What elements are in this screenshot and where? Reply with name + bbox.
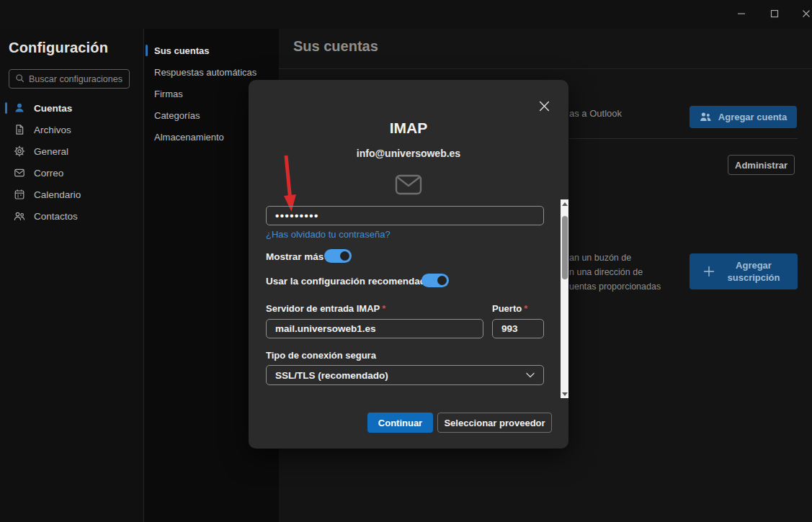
selection-indicator	[146, 45, 148, 56]
close-window-button[interactable]	[790, 0, 812, 29]
sidebar-item-label: Cuentas	[34, 103, 72, 114]
imap-server-input[interactable]	[266, 319, 483, 338]
manage-button[interactable]: Administrar	[728, 155, 795, 175]
person-icon	[13, 102, 25, 114]
connection-type-value: SSL/TLS (recomendado)	[275, 370, 388, 381]
select-provider-button[interactable]: Seleccionar proveedor	[437, 413, 552, 433]
sidebar-item-label: Calendario	[34, 189, 81, 200]
people-icon	[13, 210, 25, 222]
section-item-sus-cuentas[interactable]: Sus cuentas	[144, 40, 279, 60]
connection-type-label: Tipo de conexión segura	[266, 350, 376, 361]
search-input[interactable]	[29, 74, 123, 84]
add-account-label: Agregar cuenta	[718, 112, 787, 122]
description-line: an un buzón de	[569, 251, 661, 265]
close-icon	[802, 8, 811, 21]
sidebar-item-label: Archivos	[34, 125, 71, 135]
section-item-label: Respuestas automáticas	[154, 67, 256, 78]
settings-sidebar: Configuración Cuentas Archivos Genera	[0, 29, 144, 522]
sidebar-item-correo[interactable]: Correo	[0, 163, 144, 183]
accounts-row-text: as a Outlook	[569, 108, 622, 119]
document-icon	[13, 124, 25, 136]
password-input[interactable]	[266, 206, 544, 225]
calendar-icon	[13, 189, 25, 201]
maximize-icon	[770, 8, 779, 21]
scrollbar-thumb[interactable]	[562, 216, 568, 279]
dialog-scrollbar	[561, 199, 568, 398]
app-window: Configuración Cuentas Archivos Genera	[0, 0, 812, 522]
scroll-down-button[interactable]	[561, 390, 568, 398]
subscription-description: an un buzón de n una dirección de uentas…	[569, 251, 661, 294]
show-more-label: Mostrar más	[266, 251, 324, 262]
minimize-button[interactable]	[726, 0, 757, 29]
gear-icon	[13, 145, 25, 158]
triangle-up-icon	[562, 202, 568, 206]
section-item-label: Firmas	[154, 89, 183, 99]
maximize-button[interactable]	[759, 0, 790, 29]
page-title: Sus cuentas	[293, 38, 378, 55]
selection-indicator	[5, 102, 7, 114]
imap-server-label: Servidor de entrada IMAP*	[266, 303, 385, 314]
chevron-down-icon	[526, 372, 535, 378]
triangle-down-icon	[562, 392, 568, 396]
sidebar-item-label: Correo	[34, 168, 63, 179]
add-account-button[interactable]: Agregar cuenta	[690, 106, 797, 128]
port-input[interactable]	[492, 319, 544, 338]
add-subscription-label: Agregar suscripción	[723, 259, 784, 284]
plus-icon	[703, 266, 715, 277]
dialog-close-button[interactable]	[536, 99, 552, 115]
add-subscription-button[interactable]: Agregar suscripción	[690, 253, 798, 289]
add-people-icon	[700, 112, 712, 122]
minimize-icon	[737, 8, 746, 21]
sidebar-item-archivos[interactable]: Archivos	[0, 120, 144, 140]
sidebar-item-contactos[interactable]: Contactos	[0, 206, 144, 226]
port-label: Puerto*	[492, 303, 527, 314]
search-icon	[15, 73, 24, 86]
settings-search[interactable]	[9, 69, 130, 89]
required-asterisk: *	[524, 303, 527, 314]
description-line: uentas proporcionadas	[569, 279, 661, 294]
section-item-label: Almacenamiento	[154, 132, 224, 143]
section-item-label: Sus cuentas	[154, 45, 210, 56]
sidebar-item-cuentas[interactable]: Cuentas	[0, 98, 144, 118]
description-line: n una dirección de	[569, 265, 661, 279]
port-label-text: Puerto	[492, 303, 522, 314]
header-divider	[279, 68, 812, 69]
forgot-password-link[interactable]: ¿Has olvidado tu contraseña?	[266, 229, 391, 240]
imap-dialog: IMAP info@universoweb.es ¿Has olvidado t…	[249, 80, 568, 449]
show-more-toggle[interactable]	[324, 249, 352, 263]
mail-icon	[13, 167, 25, 179]
scroll-up-button[interactable]	[561, 199, 568, 208]
section-item-label: Categorías	[154, 110, 200, 121]
dialog-title: IMAP	[249, 120, 568, 137]
close-icon	[539, 101, 550, 114]
required-asterisk: *	[382, 303, 385, 314]
recommended-config-label: Usar la configuración recomendada	[266, 276, 432, 287]
continue-button[interactable]: Continuar	[367, 413, 433, 433]
section-item-respuestas[interactable]: Respuestas automáticas	[144, 62, 279, 82]
connection-type-dropdown[interactable]: SSL/TLS (recomendado)	[266, 365, 544, 385]
sidebar-item-label: Contactos	[34, 211, 78, 222]
sidebar-item-general[interactable]: General	[0, 141, 144, 161]
settings-title: Configuración	[9, 40, 108, 56]
sidebar-item-calendario[interactable]: Calendario	[0, 184, 144, 204]
recommended-config-toggle[interactable]	[421, 274, 449, 287]
envelope-icon	[395, 174, 422, 199]
imap-server-label-text: Servidor de entrada IMAP	[266, 303, 380, 314]
titlebar	[0, 0, 812, 29]
sidebar-item-label: General	[34, 146, 68, 157]
row-divider	[569, 138, 798, 139]
